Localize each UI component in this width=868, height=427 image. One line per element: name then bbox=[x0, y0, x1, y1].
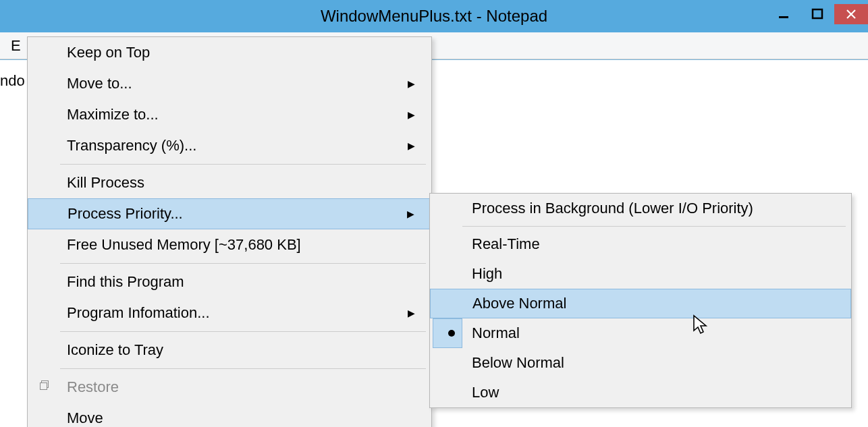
menu-label: Normal bbox=[472, 324, 520, 342]
svg-rect-1 bbox=[813, 9, 822, 18]
submenu-high[interactable]: High bbox=[430, 259, 851, 289]
submenu-low[interactable]: Low bbox=[430, 378, 851, 407]
menu-maximize-to[interactable]: Maximize to... ▶ bbox=[28, 99, 431, 130]
submenu-arrow-icon: ▶ bbox=[408, 109, 415, 120]
menu-label: Low bbox=[472, 384, 499, 401]
menu-keep-on-top[interactable]: Keep on Top bbox=[28, 37, 431, 68]
menu-label: Below Normal bbox=[472, 354, 564, 372]
menu-program-info[interactable]: Program Infomation... ▶ bbox=[28, 297, 431, 329]
menu-label: Kill Process bbox=[67, 174, 144, 192]
system-context-menu: Keep on Top Move to... ▶ Maximize to... … bbox=[27, 36, 432, 427]
menu-label: High bbox=[472, 265, 502, 283]
minimize-button[interactable] bbox=[767, 4, 801, 24]
submenu-arrow-icon: ▶ bbox=[408, 140, 415, 151]
menu-label: Real-Time bbox=[472, 235, 540, 253]
menubar-item-fragment[interactable]: E bbox=[11, 37, 21, 55]
menu-separator bbox=[462, 226, 846, 227]
menu-transparency[interactable]: Transparency (%)... ▶ bbox=[28, 130, 431, 161]
submenu-arrow-icon: ▶ bbox=[408, 308, 415, 318]
menu-find-program[interactable]: Find this Program bbox=[28, 266, 431, 297]
titlebar: WindowMenuPlus.txt - Notepad bbox=[0, 0, 868, 32]
menu-label: Restore bbox=[67, 378, 119, 396]
menu-move[interactable]: Move bbox=[28, 403, 431, 427]
svg-rect-0 bbox=[779, 16, 788, 18]
menu-label: Free Unused Memory [~37,680 KB] bbox=[67, 236, 301, 254]
menu-label: Maximize to... bbox=[67, 106, 159, 123]
menu-label: Keep on Top bbox=[67, 44, 150, 61]
window-title: WindowMenuPlus.txt - Notepad bbox=[321, 7, 547, 26]
menu-label: Process Priority... bbox=[67, 205, 183, 223]
submenu-above-normal[interactable]: Above Normal bbox=[430, 289, 851, 318]
menu-separator bbox=[60, 263, 426, 264]
editor-text-fragment: ndo bbox=[0, 72, 25, 90]
menu-label: Find this Program bbox=[67, 273, 184, 291]
menu-kill-process[interactable]: Kill Process bbox=[28, 167, 431, 198]
menu-label: Transparency (%)... bbox=[67, 137, 196, 154]
maximize-icon bbox=[811, 8, 823, 20]
submenu-below-normal[interactable]: Below Normal bbox=[430, 348, 851, 378]
submenu-realtime[interactable]: Real-Time bbox=[430, 229, 851, 259]
minimize-icon bbox=[778, 8, 790, 20]
menu-label: Process in Background (Lower I/O Priorit… bbox=[472, 200, 753, 217]
menu-label: Above Normal bbox=[472, 295, 566, 312]
submenu-arrow-icon: ▶ bbox=[407, 208, 414, 219]
menu-process-priority[interactable]: Process Priority... ▶ bbox=[28, 198, 431, 229]
menu-label: Program Infomation... bbox=[67, 304, 210, 322]
submenu-normal[interactable]: Normal bbox=[430, 318, 851, 348]
menu-separator bbox=[60, 164, 426, 165]
window-controls bbox=[767, 0, 868, 32]
close-button[interactable] bbox=[834, 4, 868, 24]
menu-label: Move to... bbox=[67, 75, 132, 92]
menu-separator bbox=[60, 331, 426, 332]
menu-restore: Restore bbox=[28, 372, 431, 403]
submenu-bg-io[interactable]: Process in Background (Lower I/O Priorit… bbox=[430, 194, 851, 223]
menu-label: Move bbox=[67, 409, 103, 427]
menu-free-memory[interactable]: Free Unused Memory [~37,680 KB] bbox=[28, 229, 431, 260]
priority-submenu: Process in Background (Lower I/O Priorit… bbox=[429, 193, 852, 408]
menu-move-to[interactable]: Move to... ▶ bbox=[28, 68, 431, 99]
menu-separator bbox=[60, 368, 426, 369]
radio-checked-icon bbox=[433, 318, 462, 348]
menu-label: Iconize to Tray bbox=[67, 341, 163, 359]
menu-iconize-tray[interactable]: Iconize to Tray bbox=[28, 335, 431, 366]
close-icon bbox=[846, 9, 857, 20]
maximize-button[interactable] bbox=[801, 4, 834, 24]
restore-icon bbox=[40, 380, 53, 394]
submenu-arrow-icon: ▶ bbox=[408, 78, 415, 89]
